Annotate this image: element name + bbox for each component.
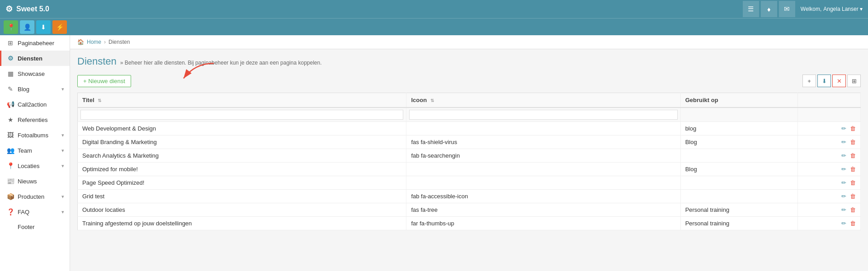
fotoalbums-icon: 🖼 [7, 131, 14, 139]
gear-icon: ⚙ [5, 4, 13, 14]
edit-icon[interactable]: ✏ [841, 166, 846, 173]
cell-gebruikt-op [680, 190, 798, 203]
top-navigation: ⚙ Sweet 5.0 ☰ ♦ ✉ Welkom, Angela Lanser … [0, 0, 868, 18]
sidebar-item-label: Nieuws [18, 178, 37, 185]
cell-icoon [406, 163, 680, 176]
cell-gebruikt-op: Blog [680, 136, 798, 149]
delete-icon[interactable]: 🗑 [850, 125, 856, 132]
sidebar-item-showcase[interactable]: ▦ Showcase [0, 66, 70, 81]
delete-icon[interactable]: 🗑 [850, 220, 856, 227]
menu-icon-btn[interactable]: ☰ [743, 1, 759, 17]
diensten-icon: ⚙ [7, 55, 14, 62]
delete-icon[interactable]: 🗑 [850, 166, 856, 173]
cell-titel: Training afgestemd op jouw doelstellinge… [78, 217, 406, 230]
table-row: Digital Branding & Marketing fas fa-shie… [78, 136, 861, 149]
cell-titel: Grid test [78, 190, 406, 203]
sidebar-item-blog[interactable]: ✎ Blog ▾ [0, 81, 70, 97]
new-dienst-button[interactable]: + Nieuwe dienst [77, 75, 131, 87]
edit-icon[interactable]: ✏ [841, 179, 846, 186]
sidebar-item-label: Referenties [18, 117, 47, 123]
nieuws-icon: 📰 [7, 178, 14, 185]
toolbar-btn-download[interactable]: ⬇ [36, 20, 51, 34]
edit-icon[interactable]: ✏ [841, 220, 846, 227]
add-row-button[interactable]: + [802, 75, 816, 87]
locaties-icon: 📍 [7, 162, 14, 169]
producten-icon: 📦 [7, 193, 14, 200]
sidebar-item-label: Paginabeheer [18, 40, 54, 47]
cell-gebruikt-op: Blog [680, 163, 798, 176]
filter-icoon-input[interactable] [409, 110, 677, 120]
cell-actions: ✏ 🗑 [798, 190, 861, 203]
main-layout: ⊞ Paginabeheer ⚙ Diensten ▦ Showcase ✎ B… [0, 35, 868, 271]
toolbar-btn-location[interactable]: 📍 [4, 20, 18, 34]
cell-titel: Web Development & Design [78, 122, 406, 136]
referenties-icon: ★ [7, 116, 14, 123]
toolbar-btn-share[interactable]: ⚡ [52, 20, 67, 34]
edit-icon[interactable]: ✏ [841, 193, 846, 200]
breadcrumb-home[interactable]: Home [87, 39, 101, 45]
sidebar: ⊞ Paginabeheer ⚙ Diensten ▦ Showcase ✎ B… [0, 35, 70, 271]
cell-actions: ✏ 🗑 [798, 176, 861, 190]
table-row: Grid test fab fa-accessible-icon ✏ 🗑 [78, 190, 861, 203]
diamond-icon-btn[interactable]: ♦ [761, 1, 777, 17]
cell-gebruikt-op: Personal training [680, 203, 798, 217]
delete-button[interactable]: ✕ [832, 75, 846, 87]
main-content: 🏠 Home › Diensten Diensten » Beheer hier… [70, 35, 868, 271]
table-row: Web Development & Design blog ✏ 🗑 [78, 122, 861, 136]
sidebar-item-producten[interactable]: 📦 Producten ▾ [0, 189, 70, 204]
sidebar-item-fotoalbums[interactable]: 🖼 Fotoalbums ▾ [0, 127, 70, 143]
table-controls: + ⬇ ✕ ⊞ [802, 75, 861, 87]
edit-icon[interactable]: ✏ [841, 125, 846, 132]
edit-icon[interactable]: ✏ [841, 206, 846, 213]
table-container: Titel ⇅ Icoon ⇅ Gebruikt op [70, 93, 868, 230]
column-header-gebruikt-op: Gebruikt op [680, 93, 798, 108]
top-nav-right: ☰ ♦ ✉ Welkom, Angela Lanser ▾ [743, 1, 863, 17]
sidebar-item-referenties[interactable]: ★ Referenties [0, 112, 70, 127]
filter-row [78, 107, 861, 122]
sidebar-item-paginabeheer[interactable]: ⊞ Paginabeheer [0, 35, 70, 51]
chevron-down-icon: ▾ [61, 209, 64, 215]
table-row: Search Analytics & Marketing fab fa-sear… [78, 149, 861, 163]
sidebar-item-faq[interactable]: ❓ FAQ ▾ [0, 204, 70, 220]
sidebar-item-call2action[interactable]: 📢 Call2action [0, 97, 70, 112]
filter-titel-input[interactable] [80, 110, 403, 120]
cell-gebruikt-op [680, 149, 798, 163]
toolbar-btn-user[interactable]: 👤 [20, 20, 34, 34]
sidebar-item-label: Showcase [18, 70, 45, 77]
cell-actions: ✏ 🗑 [798, 149, 861, 163]
edit-icon[interactable]: ✏ [841, 152, 846, 159]
team-icon: 👥 [7, 147, 14, 154]
user-menu[interactable]: Welkom, Angela Lanser ▾ [801, 6, 863, 12]
sidebar-item-diensten[interactable]: ⚙ Diensten [0, 51, 70, 66]
columns-button[interactable]: ⊞ [847, 75, 861, 87]
delete-icon[interactable]: 🗑 [850, 139, 856, 145]
column-header-icoon[interactable]: Icoon ⇅ [406, 93, 680, 108]
cell-actions: ✏ 🗑 [798, 203, 861, 217]
breadcrumb-separator: › [104, 39, 106, 45]
delete-icon[interactable]: 🗑 [850, 206, 856, 213]
sidebar-item-label: Footer [18, 224, 35, 230]
export-button[interactable]: ⬇ [817, 75, 831, 87]
chevron-down-icon: ▾ [61, 86, 64, 92]
sidebar-item-locaties[interactable]: 📍 Locaties ▾ [0, 158, 70, 173]
breadcrumb: 🏠 Home › Diensten [70, 35, 868, 49]
delete-icon[interactable]: 🗑 [850, 152, 856, 159]
delete-icon[interactable]: 🗑 [850, 193, 856, 200]
sidebar-item-team[interactable]: 👥 Team ▾ [0, 143, 70, 158]
sort-icon: ⇅ [98, 98, 101, 103]
edit-icon[interactable]: ✏ [841, 139, 846, 145]
mail-icon-btn[interactable]: ✉ [779, 1, 795, 17]
call2action-icon: 📢 [7, 101, 14, 108]
cell-icoon: far fa-thumbs-up [406, 217, 680, 230]
sidebar-item-nieuws[interactable]: 📰 Nieuws [0, 173, 70, 189]
brand: ⚙ Sweet 5.0 [5, 4, 49, 14]
sidebar-item-footer[interactable]: Footer [0, 220, 70, 234]
column-header-titel[interactable]: Titel ⇅ [78, 93, 406, 108]
new-dienst-container: + Nieuwe dienst [77, 75, 131, 87]
page-title-row: Diensten » Beheer hier alle diensten. Bi… [77, 56, 861, 67]
faq-icon: ❓ [7, 208, 14, 215]
table-row: Optimized for mobile! Blog ✏ 🗑 [78, 163, 861, 176]
delete-icon[interactable]: 🗑 [850, 179, 856, 186]
cell-icoon: fab fa-searchengin [406, 149, 680, 163]
page-title: Diensten [77, 56, 117, 67]
